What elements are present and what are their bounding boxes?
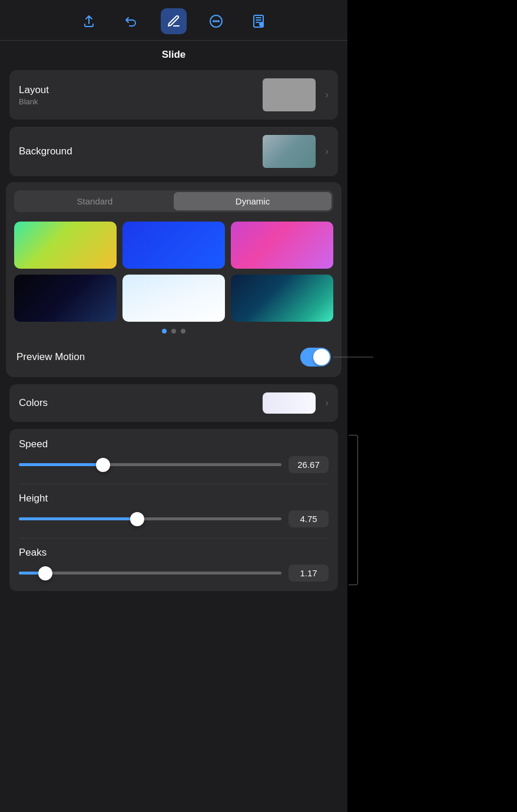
peaks-row: 1.17 — [19, 565, 329, 582]
color-grid — [14, 222, 333, 322]
speed-thumb[interactable] — [96, 458, 110, 472]
color-option-6[interactable] — [231, 275, 333, 322]
speed-label: Speed — [19, 438, 329, 450]
format-button[interactable] — [161, 8, 187, 34]
speed-group: Speed 26.67 — [19, 438, 329, 473]
color-option-1[interactable] — [14, 222, 117, 269]
toggle-container — [300, 348, 331, 367]
dot-1[interactable] — [162, 329, 167, 334]
pagination-dots — [14, 329, 333, 334]
color-option-2[interactable] — [122, 222, 225, 269]
layout-label: Layout — [19, 84, 49, 96]
height-value[interactable]: 4.75 — [289, 510, 329, 527]
height-track-container[interactable] — [19, 513, 281, 525]
color-option-5[interactable] — [122, 275, 225, 322]
colors-card[interactable]: Colors › — [9, 384, 338, 422]
toggle-knob — [313, 349, 330, 365]
toggle-line — [333, 357, 373, 358]
speed-row: 26.67 — [19, 456, 329, 473]
peaks-track-container[interactable] — [19, 567, 281, 579]
preview-motion-row: Preview Motion — [14, 342, 333, 369]
peaks-group: Peaks 1.17 — [19, 547, 329, 582]
share-button[interactable] — [76, 8, 102, 34]
colors-label: Colors — [19, 397, 48, 409]
height-thumb[interactable] — [130, 512, 144, 526]
layout-sublabel: Blank — [19, 97, 49, 106]
peaks-track — [19, 572, 281, 575]
layout-row[interactable]: Layout Blank › — [9, 70, 338, 120]
speed-fill — [19, 463, 103, 466]
layout-right: › — [263, 78, 329, 111]
height-divider — [19, 538, 329, 539]
background-label: Background — [19, 146, 72, 157]
peaks-thumb[interactable] — [38, 566, 52, 580]
undo-button[interactable] — [118, 8, 144, 34]
colors-chevron: › — [325, 397, 329, 409]
peaks-value[interactable]: 1.17 — [289, 565, 329, 582]
toolbar — [0, 0, 347, 41]
svg-point-1 — [213, 21, 214, 22]
speed-track — [19, 463, 281, 466]
speed-value[interactable]: 26.67 — [289, 456, 329, 473]
color-option-3[interactable] — [231, 222, 333, 269]
background-chevron: › — [325, 146, 329, 157]
layout-card[interactable]: Layout Blank › — [9, 70, 338, 120]
background-row[interactable]: Background › — [9, 127, 338, 176]
colors-row[interactable]: Colors › — [9, 384, 338, 422]
color-option-4[interactable] — [14, 275, 117, 322]
speed-track-container[interactable] — [19, 459, 281, 471]
preview-motion-toggle[interactable] — [300, 348, 331, 367]
colors-preview — [263, 392, 316, 414]
dot-2[interactable] — [171, 329, 176, 334]
svg-point-3 — [218, 21, 219, 22]
document-button[interactable] — [246, 8, 271, 34]
background-preview — [263, 135, 316, 168]
slide-title: Slide — [0, 41, 347, 67]
height-row: 4.75 — [19, 510, 329, 527]
more-button[interactable] — [203, 8, 229, 34]
layout-text: Layout Blank — [19, 84, 49, 106]
height-track — [19, 517, 281, 520]
height-group: Height 4.75 — [19, 493, 329, 527]
scroll-bracket — [349, 435, 358, 585]
tabs-row: Standard Dynamic — [14, 190, 333, 212]
peaks-label: Peaks — [19, 547, 329, 559]
dot-3[interactable] — [181, 329, 185, 334]
main-panel: Slide Layout Blank › Background › Stan — [0, 0, 347, 812]
svg-point-2 — [216, 21, 217, 22]
preview-motion-label: Preview Motion — [16, 351, 85, 363]
layout-preview — [263, 78, 316, 111]
tab-dynamic[interactable]: Dynamic — [174, 192, 332, 210]
background-dropdown: Standard Dynamic Preview Motion — [6, 182, 342, 377]
svg-point-6 — [261, 24, 263, 25]
height-label: Height — [19, 493, 329, 504]
sliders-section: Speed 26.67 Height — [9, 429, 338, 591]
layout-chevron: › — [325, 89, 329, 101]
speed-divider — [19, 484, 329, 484]
tab-standard[interactable]: Standard — [16, 192, 174, 210]
background-right: › — [263, 135, 329, 168]
colors-right: › — [263, 392, 329, 414]
background-card[interactable]: Background › — [9, 127, 338, 176]
height-fill — [19, 517, 137, 520]
